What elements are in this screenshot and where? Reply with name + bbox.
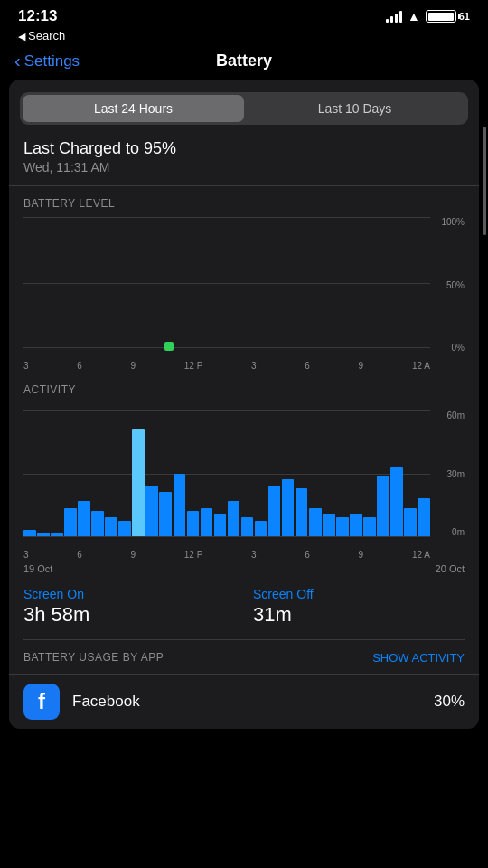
date-row: 19 Oct 20 Oct (9, 560, 479, 574)
usage-header: BATTERY USAGE BY APP SHOW ACTIVITY (9, 640, 479, 674)
search-hint: Search (0, 29, 488, 46)
battery-bars (23, 217, 430, 348)
screen-off-value: 31m (253, 603, 465, 627)
facebook-icon: f (23, 684, 60, 720)
battery-percentage: 61 (459, 11, 470, 22)
date-start: 19 Oct (23, 563, 52, 574)
usage-title: BATTERY USAGE BY APP (23, 651, 164, 664)
app-name-facebook: Facebook (72, 693, 434, 711)
app-row-facebook[interactable]: f Facebook 30% (9, 674, 479, 729)
back-button[interactable]: ‹ Settings (14, 51, 80, 71)
battery-indicator: 61 (426, 10, 470, 23)
status-time: 12:13 (18, 7, 57, 25)
screen-on-item: Screen On 3h 58m (23, 587, 235, 627)
tab-10days[interactable]: Last 10 Days (244, 95, 465, 122)
wifi-icon: ▲ (408, 9, 420, 24)
screen-on-value: 3h 58m (23, 603, 235, 627)
screen-off-item: Screen Off 31m (253, 587, 465, 627)
battery-y-labels: 100% 50% 0% (441, 217, 465, 353)
signal-bars-icon (386, 10, 402, 23)
activity-bars (23, 410, 430, 537)
tab-24hours[interactable]: Last 24 Hours (23, 95, 244, 122)
page-title: Battery (216, 52, 272, 71)
screen-off-label: Screen Off (253, 587, 465, 601)
status-bar: 12:13 ▲ 61 (0, 0, 488, 29)
activity-chart-label: ACTIVITY (23, 383, 465, 396)
battery-x-labels: 3 6 9 12 P 3 6 9 12 A (23, 361, 430, 371)
charts-section: BATTERY LEVEL (9, 186, 479, 560)
charge-info: Last Charged to 95% Wed, 11:31 AM (9, 136, 479, 186)
charge-time: Wed, 11:31 AM (23, 160, 465, 175)
date-end: 20 Oct (436, 563, 465, 574)
activity-x-labels: 3 6 9 12 P 3 6 9 12 A (23, 550, 430, 560)
battery-level-chart: 100% 50% 0% 3 6 9 12 P 3 6 9 12 A (23, 217, 465, 371)
show-activity-button[interactable]: SHOW ACTIVITY (372, 651, 465, 665)
activity-chart: 60m 30m 0m 3 6 9 12 P 3 6 9 12 A (23, 410, 465, 560)
screen-time-row: Screen On 3h 58m Screen Off 31m (9, 574, 479, 639)
back-chevron-icon: ‹ (14, 51, 21, 71)
battery-icon (426, 10, 456, 23)
tab-selector: Last 24 Hours Last 10 Days (20, 92, 468, 125)
charging-indicator (164, 342, 174, 351)
screen-on-label: Screen On (23, 587, 235, 601)
status-icons: ▲ 61 (386, 9, 470, 24)
app-percent-facebook: 30% (434, 693, 465, 711)
scrollbar[interactable] (483, 127, 486, 235)
activity-y-labels: 60m 30m 0m (447, 410, 465, 537)
battery-chart-label: BATTERY LEVEL (23, 197, 465, 210)
main-content: Last 24 Hours Last 10 Days Last Charged … (9, 80, 479, 729)
back-label: Settings (24, 52, 80, 71)
charge-title: Last Charged to 95% (23, 139, 465, 158)
nav-bar: ‹ Settings Battery (0, 46, 488, 80)
